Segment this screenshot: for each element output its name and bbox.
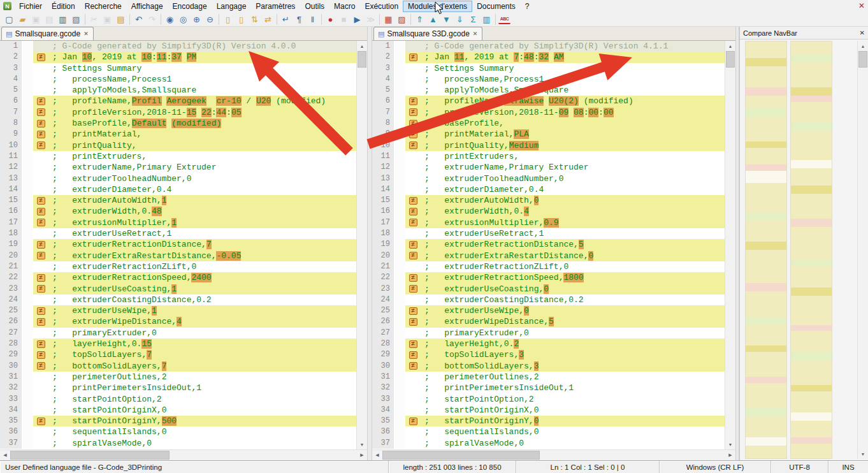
- sync-scroll-horizontal-icon[interactable]: ⇄: [262, 13, 274, 25]
- word-wrap-icon[interactable]: ↵: [280, 13, 292, 25]
- menu-item-documents[interactable]: Documents: [472, 1, 520, 11]
- first-diff-icon[interactable]: ⇑: [414, 13, 426, 25]
- code-line-7[interactable]: 7≠; profileVersion,2018-11-09 08:00:00: [372, 107, 725, 118]
- code-line-6[interactable]: 6≠; profileName,Profil Aerogeek cr-10 / …: [0, 96, 356, 106]
- code-line-37[interactable]: 37; spiralVaseMode,0: [0, 438, 356, 449]
- menu-item-outils[interactable]: Outils: [300, 1, 329, 11]
- scroll-left-icon[interactable]: ◀: [0, 450, 10, 460]
- code-line-16[interactable]: 16≠; extruderWidth,0.48: [0, 206, 356, 217]
- code-line-13[interactable]: 13; extruderToolheadNumber,0: [0, 173, 356, 184]
- macro-run-multiple-icon[interactable]: ≫: [365, 13, 377, 25]
- code-line-28[interactable]: 28≠; layerHeight,0.15: [0, 338, 356, 349]
- code-line-35[interactable]: 35≠; startPointOriginY,500: [0, 416, 356, 426]
- code-line-24[interactable]: 24; extruderCoastingDistance,0.2: [0, 295, 356, 305]
- navbar-scrollbar[interactable]: ▲ ▼: [857, 41, 868, 459]
- menubar-close-icon[interactable]: ✕: [858, 1, 865, 10]
- editor-right[interactable]: 1; G-Code generated by Simplify3D(R) Ver…: [372, 41, 735, 449]
- code-line-22[interactable]: 22≠; extruderRetractionSpeed,2400: [0, 272, 356, 283]
- scroll-up-icon[interactable]: ▲: [858, 41, 868, 51]
- code-line-26[interactable]: 26≠; extruderWipeDistance,4: [0, 316, 356, 327]
- macro-stop-icon[interactable]: ■: [338, 13, 350, 25]
- close-doc-icon[interactable]: ▥: [57, 13, 69, 25]
- code-line-33[interactable]: 33; startPointOption,2: [0, 394, 356, 405]
- diff-summary-icon[interactable]: Σ: [467, 13, 479, 25]
- code-line-11[interactable]: 11; printExtruders,: [0, 151, 356, 162]
- code-line-15[interactable]: 15≠; extruderAutoWidth,0: [372, 195, 725, 206]
- code-line-29[interactable]: 29≠; topSolidLayers,7: [0, 349, 356, 360]
- menu-item-ex-cution[interactable]: Exécution: [360, 1, 403, 11]
- spell-check-icon[interactable]: ABC: [498, 14, 510, 24]
- cut-icon[interactable]: ✂: [88, 13, 100, 25]
- code-line-24[interactable]: 24; extruderCoastingDistance,0.2: [372, 295, 725, 305]
- code-line-19[interactable]: 19≠; extruderRetractionDistance,7: [0, 239, 356, 250]
- code-line-34[interactable]: 34; startPointOriginX,0: [0, 405, 356, 416]
- prev-diff-icon[interactable]: ▲: [427, 13, 439, 25]
- code-line-31[interactable]: 31; perimeterOutlines,2: [372, 372, 725, 382]
- copy-icon[interactable]: ▣: [101, 13, 113, 25]
- code-line-12[interactable]: 12; extruderName,Primary Extruder: [0, 162, 356, 173]
- scroll-thumb[interactable]: [358, 51, 366, 68]
- code-line-23[interactable]: 23≠; extruderUseCoasting,0: [372, 284, 725, 295]
- code-line-21[interactable]: 21; extruderRetractionZLift,0: [0, 261, 356, 272]
- code-line-18[interactable]: 18; extruderUseRetract,1: [0, 228, 356, 239]
- code-line-9[interactable]: 9≠; printMaterial,: [0, 129, 356, 140]
- code-line-33[interactable]: 33; startPointOption,2: [372, 394, 725, 405]
- save-all-icon[interactable]: ▤: [43, 13, 55, 25]
- code-line-34[interactable]: 34; startPointOriginX,0: [372, 405, 725, 416]
- tab-smallsquare-gcode[interactable]: ▤ Smallsquare.gcode ✕: [1, 27, 94, 40]
- code-line-21[interactable]: 21; extruderRetractionZLift,0: [372, 261, 725, 272]
- compare-files-icon[interactable]: ▦: [382, 13, 394, 25]
- code-line-10[interactable]: 10≠; printQuality,: [0, 140, 356, 151]
- code-line-3[interactable]: 3; Settings Summary: [372, 63, 725, 74]
- editor-left[interactable]: 1; G-Code generated by Simplify3D(R) Ver…: [0, 41, 367, 449]
- menu-item-fichier[interactable]: Fichier: [15, 1, 47, 11]
- sync-scroll-vertical-icon[interactable]: ⇅: [249, 13, 261, 25]
- code-line-25[interactable]: 25≠; extruderUseWipe,1: [0, 305, 356, 316]
- scroll-right-icon[interactable]: ▶: [357, 450, 367, 460]
- code-line-8[interactable]: 8≠; baseProfile,Default (modified): [0, 118, 356, 129]
- scroll-track[interactable]: [725, 51, 735, 439]
- scroll-thumb[interactable]: [726, 51, 735, 68]
- undo-icon[interactable]: ↶: [133, 13, 145, 25]
- code-line-19[interactable]: 19≠; extruderRetractionDistance,5: [372, 239, 725, 250]
- code-line-32[interactable]: 32; printPerimetersInsideOut,1: [0, 382, 356, 393]
- scroll-thumb[interactable]: [382, 451, 540, 460]
- tab-close-icon[interactable]: ✕: [472, 31, 479, 37]
- code-line-30[interactable]: 30≠; bottomSolidLayers,3: [372, 361, 725, 372]
- zoom-out-icon[interactable]: ⊖: [204, 13, 216, 25]
- scroll-track[interactable]: [858, 51, 868, 449]
- code-line-18[interactable]: 18; extruderUseRetract,1: [372, 228, 725, 239]
- scroll-up-icon[interactable]: ▲: [725, 41, 735, 51]
- code-line-9[interactable]: 9≠; printMaterial,PLA: [372, 129, 725, 140]
- code-line-1[interactable]: 1; G-Code generated by Simplify3D(R) Ver…: [372, 41, 725, 52]
- code-line-17[interactable]: 17≠; extrusionMultiplier,0.9: [372, 217, 725, 228]
- menu-item-param-tres[interactable]: Paramètres: [251, 1, 300, 11]
- nav-bar-toggle-icon[interactable]: ▥: [481, 13, 493, 25]
- scroll-right-icon[interactable]: ▶: [725, 450, 735, 460]
- horizontal-scrollbar-left[interactable]: ◀ ▶: [0, 449, 367, 460]
- save-icon[interactable]: ▣: [30, 13, 42, 25]
- menu-item-affichage[interactable]: Affichage: [127, 1, 168, 11]
- menu-item-modules-d-extens[interactable]: Modules d'extens: [403, 1, 472, 11]
- code-line-16[interactable]: 16≠; extruderWidth,0.4: [372, 206, 725, 217]
- scroll-down-icon[interactable]: ▼: [725, 439, 735, 449]
- show-all-characters-icon[interactable]: ¶: [293, 13, 305, 25]
- code-line-29[interactable]: 29≠; topSolidLayers,3: [372, 349, 725, 360]
- code-line-2[interactable]: 2≠; Jan 10, 2019 at 10:11:37 PM: [0, 52, 356, 62]
- find-icon[interactable]: ◉: [164, 13, 176, 25]
- navbar-strip-right[interactable]: [790, 41, 832, 459]
- menu-item-encodage[interactable]: Encodage: [168, 1, 212, 11]
- menu-item-dition[interactable]: Édition: [47, 1, 80, 11]
- code-line-26[interactable]: 26≠; extruderWipeDistance,5: [372, 316, 725, 327]
- tab-close-icon[interactable]: ✕: [83, 31, 89, 37]
- code-line-36[interactable]: 36; sequentialIslands,0: [372, 426, 725, 437]
- code-line-4[interactable]: 4; processName,Process1: [372, 74, 725, 85]
- code-line-14[interactable]: 14; extruderDiameter,0.4: [372, 184, 725, 195]
- menu-item-recherche[interactable]: Recherche: [80, 1, 126, 11]
- code-line-17[interactable]: 17≠; extrusionMultiplier,1: [0, 217, 356, 228]
- scroll-left-icon[interactable]: ◀: [372, 450, 382, 460]
- menu-item-[interactable]: ?: [521, 1, 534, 11]
- code-line-23[interactable]: 23≠; extruderUseCoasting,1: [0, 284, 356, 295]
- code-line-37[interactable]: 37; spiralVaseMode,0: [372, 438, 725, 449]
- next-diff-icon[interactable]: ▼: [440, 13, 452, 25]
